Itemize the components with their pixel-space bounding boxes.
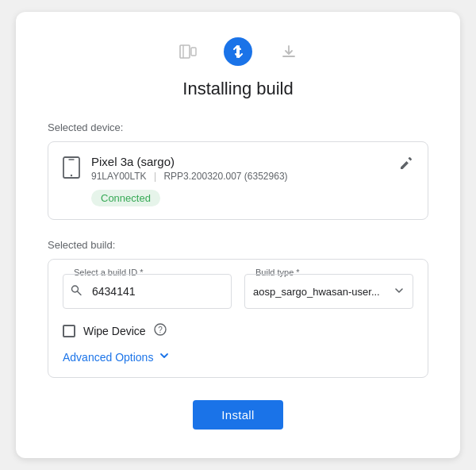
device-build-id: 91LAY00LTK (91, 171, 147, 182)
svg-rect-2 (191, 48, 196, 56)
status-badge: Connected (91, 190, 160, 206)
advanced-options-text: Advanced Options (63, 351, 153, 364)
device-info: Pixel 3a (sargo) 91LAY00LTK | RPP3.20032… (91, 155, 388, 206)
build-id-value: 6434141 (89, 285, 136, 298)
steps-row (48, 37, 428, 66)
phone-icon (63, 156, 80, 183)
chevron-down-icon (158, 349, 171, 364)
device-build-version: RPP3.200320.007 (6352963) (163, 171, 287, 182)
page-title: Installing build (48, 79, 428, 99)
build-section-label: Selected build: (48, 239, 428, 251)
transfer-step-icon (224, 37, 252, 66)
build-fields-row: Select a build ID * 6434141 Build type * (63, 274, 413, 309)
advanced-options-row[interactable]: Advanced Options (63, 349, 413, 364)
device-step-icon (173, 37, 202, 66)
device-details: 91LAY00LTK | RPP3.200320.007 (6352963) (91, 171, 388, 182)
device-card: Pixel 3a (sargo) 91LAY00LTK | RPP3.20032… (48, 141, 428, 220)
build-id-input[interactable]: 6434141 (63, 274, 232, 309)
device-section-label: Selected device: (48, 121, 428, 133)
wipe-device-checkbox[interactable] (63, 325, 75, 337)
edit-icon[interactable] (399, 156, 413, 175)
svg-line-10 (78, 291, 82, 295)
download-step-icon (274, 37, 303, 66)
wipe-device-row: Wipe Device ? (63, 323, 413, 338)
help-icon[interactable]: ? (154, 323, 167, 338)
separator: | (154, 171, 156, 182)
install-row: Install (48, 400, 428, 430)
device-name: Pixel 3a (sargo) (91, 155, 388, 168)
search-icon (71, 285, 82, 299)
wipe-device-label: Wipe Device (83, 325, 146, 337)
svg-text:?: ? (158, 326, 163, 334)
build-id-field-group: Select a build ID * 6434141 (63, 274, 232, 309)
svg-point-8 (71, 175, 72, 176)
install-button[interactable]: Install (193, 400, 282, 430)
build-card: Select a build ID * 6434141 Build type * (48, 259, 428, 378)
svg-rect-0 (180, 45, 190, 58)
build-type-value: aosp_sargo_hwasan-user... (253, 286, 393, 298)
build-type-field-group: Build type * aosp_sargo_hwasan-user... (244, 274, 413, 309)
build-type-select[interactable]: aosp_sargo_hwasan-user... (244, 274, 413, 309)
main-card: Installing build Selected device: Pixel … (16, 12, 460, 458)
chevron-down-icon (393, 285, 405, 299)
